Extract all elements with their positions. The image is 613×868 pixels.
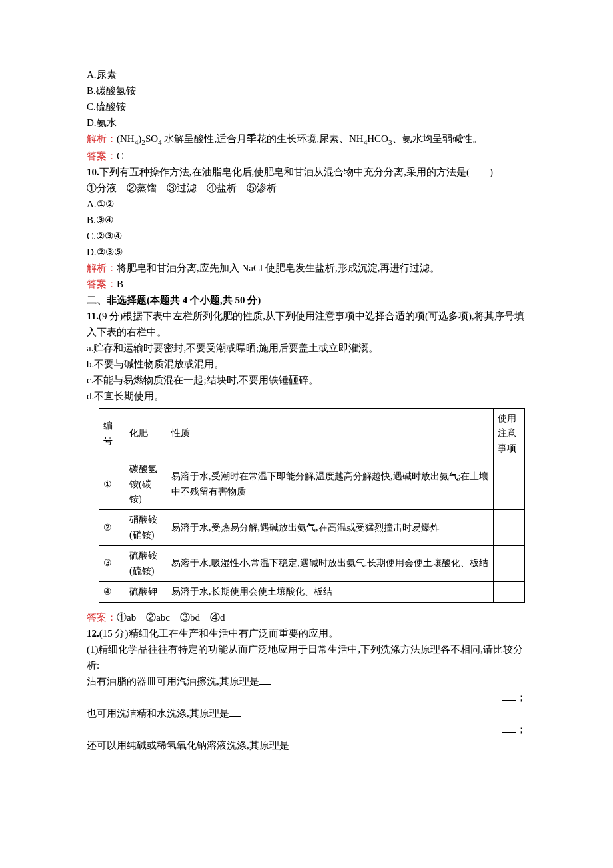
cell-num: ② xyxy=(99,510,125,546)
cell-name: 碳酸氢铵(碳铵) xyxy=(125,459,167,510)
q12-number: 12. xyxy=(87,628,99,639)
table-row: ② 硝酸铵(硝铵) 易溶于水,受热易分解,遇碱放出氨气,在高温或受猛烈撞击时易爆… xyxy=(99,510,525,546)
q12-part1: (1)精细化学品往往有特定的功能从而广泛地应用于日常生活中,下列洗涤方法原理各不… xyxy=(87,641,526,673)
q10-methods: ①分液 ②蒸馏 ③过滤 ④盐析 ⑤渗析 xyxy=(87,180,526,196)
analysis-label: 解析： xyxy=(87,263,117,273)
q12-blank2-prompt: 也可用洗洁精和水洗涤,其原理是 xyxy=(87,705,526,721)
q11-answer: 答案：①ab ②abc ③bd ④d xyxy=(87,609,526,625)
cell-prop: 易溶于水,受热易分解,遇碱放出氨气,在高温或受猛烈撞击时易爆炸 xyxy=(167,510,494,546)
q11-opt-a: a.贮存和运输时要密封,不要受潮或曝晒;施用后要盖土或立即灌溉。 xyxy=(87,340,526,356)
q12-blank2-end: ； xyxy=(87,721,526,737)
table-row: ① 碳酸氢铵(碳铵) 易溶于水,受潮时在常温下即能分解,温度越高分解越快,遇碱时… xyxy=(99,459,525,510)
cell-name: 硫酸铵(硫铵) xyxy=(125,546,167,582)
cell-note[interactable] xyxy=(494,581,525,602)
q9-opt-b: B.碳酸氢铵 xyxy=(87,83,526,99)
q11-opt-b: b.不要与碱性物质混放或混用。 xyxy=(87,356,526,372)
q10-opt-c: C.②③④ xyxy=(87,228,526,244)
q9-answer: 答案：C xyxy=(87,148,526,164)
q12-blank3-prompt: 还可以用纯碱或稀氢氧化钠溶液洗涤,其原理是 xyxy=(87,737,526,753)
q11-number: 11. xyxy=(87,311,99,321)
q9-opt-d: D.氨水 xyxy=(87,115,526,131)
q12-stem: 12.(15 分)精细化工在生产和生活中有广泛而重要的应用。 xyxy=(87,625,526,641)
cell-num: ④ xyxy=(99,581,125,602)
q11-opt-d: d.不宜长期使用。 xyxy=(87,388,526,404)
q10-opt-a: A.①② xyxy=(87,196,526,212)
q10-answer: 答案：B xyxy=(87,276,526,292)
fill-blank[interactable] xyxy=(502,691,516,701)
cell-num: ① xyxy=(99,459,125,510)
q10-number: 10. xyxy=(87,167,99,177)
cell-prop: 易溶于水,长期使用会使土壤酸化、板结 xyxy=(167,581,494,602)
col-note: 使用注意事项 xyxy=(494,409,525,459)
fill-blank[interactable] xyxy=(502,723,516,733)
table-row: ③ 硫酸铵(硫铵) 易溶于水,吸湿性小,常温下稳定,遇碱时放出氨气,长期使用会使… xyxy=(99,546,525,582)
q10-opt-d: D.②③⑤ xyxy=(87,244,526,260)
col-property: 性质 xyxy=(167,409,494,459)
q11-stem: 11.(9 分)根据下表中左栏所列化肥的性质,从下列使用注意事项中选择合适的项(… xyxy=(87,308,526,340)
col-name: 化肥 xyxy=(125,409,167,459)
q10-opt-b: B.③④ xyxy=(87,212,526,228)
fill-blank[interactable] xyxy=(229,707,241,717)
fertilizer-table: 编号 化肥 性质 使用注意事项 ① 碳酸氢铵(碳铵) 易溶于水,受潮时在常温下即… xyxy=(99,408,525,603)
q9-opt-c: C.硫酸铵 xyxy=(87,99,526,115)
cell-prop: 易溶于水,吸湿性小,常温下稳定,遇碱时放出氨气,长期使用会使土壤酸化、板结 xyxy=(167,546,494,582)
fill-blank[interactable] xyxy=(259,675,271,685)
q12-blank1-end: ； xyxy=(87,689,526,705)
cell-note[interactable] xyxy=(494,459,525,510)
col-number: 编号 xyxy=(99,409,125,459)
q9-opt-a: A.尿素 xyxy=(87,67,526,83)
answer-label: 答案： xyxy=(87,279,117,289)
cell-name: 硝酸铵(硝铵) xyxy=(125,510,167,546)
table-header-row: 编号 化肥 性质 使用注意事项 xyxy=(99,409,525,459)
analysis-label: 解析： xyxy=(87,133,117,144)
cell-note[interactable] xyxy=(494,546,525,582)
table-row: ④ 硫酸钾 易溶于水,长期使用会使土壤酸化、板结 xyxy=(99,581,525,602)
cell-prop: 易溶于水,受潮时在常温下即能分解,温度越高分解越快,遇碱时放出氨气;在土壤中不残… xyxy=(167,459,494,510)
cell-name: 硫酸钾 xyxy=(125,581,167,602)
q12-blank1-prompt: 沾有油脂的器皿可用汽油擦洗,其原理是 xyxy=(87,673,526,689)
answer-label: 答案： xyxy=(87,151,117,161)
cell-note[interactable] xyxy=(494,510,525,546)
q11-opt-c: c.不能与易燃物质混在一起;结块时,不要用铁锤砸碎。 xyxy=(87,372,526,388)
answer-label: 答案： xyxy=(87,612,117,623)
q9-analysis: 解析：(NH4)2SO4 水解呈酸性,适合月季花的生长环境,尿素、NH4HCO3… xyxy=(87,131,526,148)
section2-heading: 二、非选择题(本题共 4 个小题,共 50 分) xyxy=(87,292,526,308)
cell-num: ③ xyxy=(99,546,125,582)
q10-stem: 10.下列有五种操作方法,在油脂皂化后,使肥皂和甘油从混合物中充分分离,采用的方… xyxy=(87,164,526,180)
q10-analysis: 解析：将肥皂和甘油分离,应先加入 NaCl 使肥皂发生盐析,形成沉淀,再进行过滤… xyxy=(87,260,526,276)
